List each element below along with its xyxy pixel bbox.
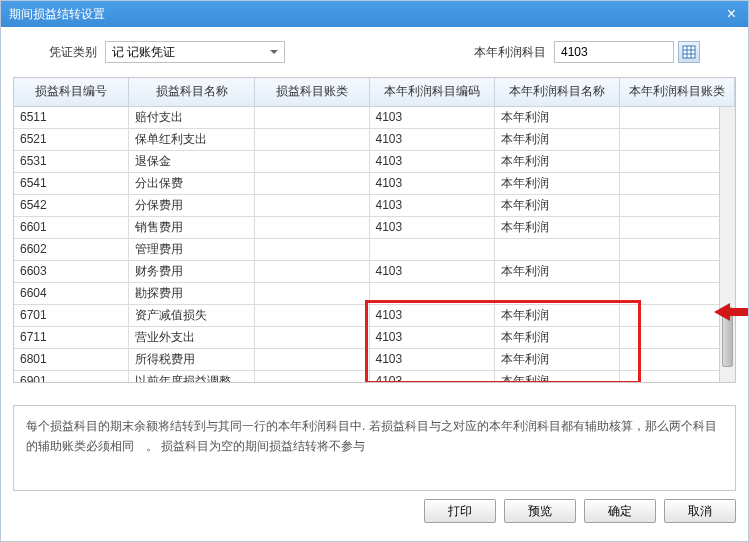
cell-profitName[interactable]: 本年利润 bbox=[494, 304, 619, 326]
cell-code[interactable]: 6511 bbox=[14, 106, 129, 128]
cell-profitCode[interactable]: 4103 bbox=[369, 172, 494, 194]
cell-code[interactable]: 6541 bbox=[14, 172, 129, 194]
col-header[interactable]: 本年利润科目名称 bbox=[494, 78, 619, 106]
account-picker-button[interactable] bbox=[678, 41, 700, 63]
cell-acctType[interactable] bbox=[254, 150, 369, 172]
close-icon[interactable]: × bbox=[723, 1, 740, 27]
table-row[interactable]: 6601销售费用4103本年利润 bbox=[14, 216, 735, 238]
cell-code[interactable]: 6801 bbox=[14, 348, 129, 370]
cell-profitType[interactable] bbox=[620, 128, 735, 150]
cell-acctType[interactable] bbox=[254, 260, 369, 282]
cell-acctType[interactable] bbox=[254, 128, 369, 150]
cell-code[interactable]: 6542 bbox=[14, 194, 129, 216]
cell-name[interactable]: 所得税费用 bbox=[129, 348, 254, 370]
col-header[interactable]: 本年利润科目编码 bbox=[369, 78, 494, 106]
cell-profitCode[interactable]: 4103 bbox=[369, 348, 494, 370]
cell-profitType[interactable] bbox=[620, 370, 735, 383]
table-row[interactable]: 6542分保费用4103本年利润 bbox=[14, 194, 735, 216]
cell-profitCode[interactable]: 4103 bbox=[369, 194, 494, 216]
cell-code[interactable]: 6602 bbox=[14, 238, 129, 260]
cell-profitCode[interactable]: 4103 bbox=[369, 128, 494, 150]
preview-button[interactable]: 预览 bbox=[504, 499, 576, 523]
cell-profitType[interactable] bbox=[620, 348, 735, 370]
cell-profitName[interactable]: 本年利润 bbox=[494, 194, 619, 216]
cell-profitName[interactable]: 本年利润 bbox=[494, 150, 619, 172]
print-button[interactable]: 打印 bbox=[424, 499, 496, 523]
cell-profitName[interactable]: 本年利润 bbox=[494, 106, 619, 128]
cell-name[interactable]: 销售费用 bbox=[129, 216, 254, 238]
cell-code[interactable]: 6901 bbox=[14, 370, 129, 383]
cell-profitCode[interactable]: 4103 bbox=[369, 216, 494, 238]
cell-acctType[interactable] bbox=[254, 106, 369, 128]
cell-name[interactable]: 营业外支出 bbox=[129, 326, 254, 348]
cell-profitType[interactable] bbox=[620, 216, 735, 238]
cell-name[interactable]: 管理费用 bbox=[129, 238, 254, 260]
table-row[interactable]: 6901以前年度损益调整4103本年利润 bbox=[14, 370, 735, 383]
cell-profitName[interactable]: 本年利润 bbox=[494, 172, 619, 194]
cell-profitCode[interactable]: 4103 bbox=[369, 150, 494, 172]
col-header[interactable]: 本年利润科目账类 bbox=[620, 78, 735, 106]
cell-profitName[interactable]: 本年利润 bbox=[494, 348, 619, 370]
cell-acctType[interactable] bbox=[254, 216, 369, 238]
cell-profitName[interactable] bbox=[494, 238, 619, 260]
cell-profitCode[interactable] bbox=[369, 238, 494, 260]
cell-name[interactable]: 分保费用 bbox=[129, 194, 254, 216]
cell-acctType[interactable] bbox=[254, 348, 369, 370]
cell-name[interactable]: 保单红利支出 bbox=[129, 128, 254, 150]
cell-acctType[interactable] bbox=[254, 326, 369, 348]
table-row[interactable]: 6604勘探费用 bbox=[14, 282, 735, 304]
table-row[interactable]: 6511赔付支出4103本年利润 bbox=[14, 106, 735, 128]
cell-name[interactable]: 资产减值损失 bbox=[129, 304, 254, 326]
cell-profitCode[interactable]: 4103 bbox=[369, 326, 494, 348]
table-row[interactable]: 6701资产减值损失4103本年利润 bbox=[14, 304, 735, 326]
cell-acctType[interactable] bbox=[254, 370, 369, 383]
cell-code[interactable]: 6531 bbox=[14, 150, 129, 172]
cell-profitName[interactable]: 本年利润 bbox=[494, 326, 619, 348]
col-header[interactable]: 损益科目账类 bbox=[254, 78, 369, 106]
cell-code[interactable]: 6711 bbox=[14, 326, 129, 348]
scrollbar-track[interactable] bbox=[719, 107, 735, 382]
cell-name[interactable]: 赔付支出 bbox=[129, 106, 254, 128]
cell-profitType[interactable] bbox=[620, 282, 735, 304]
cell-profitType[interactable] bbox=[620, 106, 735, 128]
cell-code[interactable]: 6601 bbox=[14, 216, 129, 238]
cell-code[interactable]: 6701 bbox=[14, 304, 129, 326]
cancel-button[interactable]: 取消 bbox=[664, 499, 736, 523]
cell-profitName[interactable]: 本年利润 bbox=[494, 128, 619, 150]
cell-profitType[interactable] bbox=[620, 326, 735, 348]
cell-profitType[interactable] bbox=[620, 238, 735, 260]
cell-profitCode[interactable] bbox=[369, 282, 494, 304]
voucher-type-combo[interactable]: 记 记账凭证 bbox=[105, 41, 285, 63]
cell-name[interactable]: 以前年度损益调整 bbox=[129, 370, 254, 383]
cell-name[interactable]: 财务费用 bbox=[129, 260, 254, 282]
table-row[interactable]: 6531退保金4103本年利润 bbox=[14, 150, 735, 172]
cell-profitType[interactable] bbox=[620, 194, 735, 216]
cell-code[interactable]: 6603 bbox=[14, 260, 129, 282]
col-header[interactable]: 损益科目名称 bbox=[129, 78, 254, 106]
cell-profitType[interactable] bbox=[620, 150, 735, 172]
cell-code[interactable]: 6604 bbox=[14, 282, 129, 304]
table-row[interactable]: 6801所得税费用4103本年利润 bbox=[14, 348, 735, 370]
cell-profitName[interactable]: 本年利润 bbox=[494, 216, 619, 238]
cell-profitType[interactable] bbox=[620, 172, 735, 194]
table-row[interactable]: 6541分出保费4103本年利润 bbox=[14, 172, 735, 194]
cell-name[interactable]: 勘探费用 bbox=[129, 282, 254, 304]
table-row[interactable]: 6711营业外支出4103本年利润 bbox=[14, 326, 735, 348]
cell-profitCode[interactable]: 4103 bbox=[369, 260, 494, 282]
table-row[interactable]: 6603财务费用4103本年利润 bbox=[14, 260, 735, 282]
cell-profitCode[interactable]: 4103 bbox=[369, 106, 494, 128]
cell-profitCode[interactable]: 4103 bbox=[369, 370, 494, 383]
cell-profitType[interactable] bbox=[620, 260, 735, 282]
profit-account-input[interactable]: 4103 bbox=[554, 41, 674, 63]
table-row[interactable]: 6602管理费用 bbox=[14, 238, 735, 260]
cell-code[interactable]: 6521 bbox=[14, 128, 129, 150]
cell-name[interactable]: 分出保费 bbox=[129, 172, 254, 194]
ok-button[interactable]: 确定 bbox=[584, 499, 656, 523]
cell-profitName[interactable] bbox=[494, 282, 619, 304]
cell-profitName[interactable]: 本年利润 bbox=[494, 260, 619, 282]
cell-acctType[interactable] bbox=[254, 282, 369, 304]
cell-name[interactable]: 退保金 bbox=[129, 150, 254, 172]
cell-profitCode[interactable]: 4103 bbox=[369, 304, 494, 326]
table-row[interactable]: 6521保单红利支出4103本年利润 bbox=[14, 128, 735, 150]
cell-acctType[interactable] bbox=[254, 304, 369, 326]
